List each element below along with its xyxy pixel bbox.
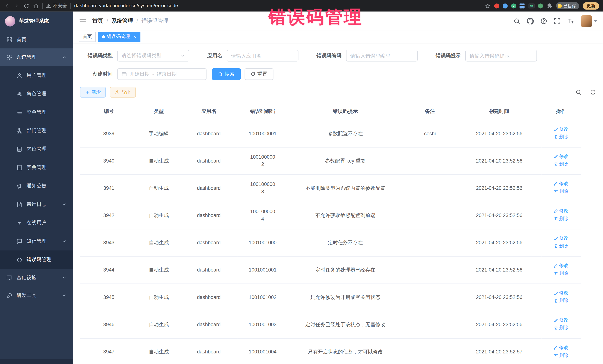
hamburger-icon[interactable] — [79, 17, 86, 25]
extension-grid-icon[interactable] — [520, 3, 524, 8]
header-hint: 错误码提示 — [288, 103, 403, 120]
sidebar-item-infra[interactable]: 基础设施 — [0, 269, 73, 287]
error-code-input[interactable] — [346, 50, 418, 61]
extension-blue-icon[interactable] — [503, 3, 508, 8]
table-row: 3945 自动生成 dashboard 1001001002 只允许修改为开启或… — [80, 284, 581, 311]
sidebar-subitem[interactable]: 岗位管理 — [0, 140, 73, 158]
edit-link[interactable]: 修改 — [554, 344, 568, 351]
edit-link[interactable]: 修改 — [554, 317, 568, 324]
app-logo: 芋道管理系统 — [0, 11, 73, 31]
sidebar-subitem[interactable]: 字典管理 — [0, 158, 73, 177]
sidebar-item-devtools[interactable]: 研发工具 — [0, 287, 73, 304]
dashboard-icon — [7, 37, 12, 43]
sidebar-subitem[interactable]: 在线用户 — [0, 213, 73, 232]
cell-hint: 不允许获取敏感配置到前端 — [288, 202, 403, 229]
add-button[interactable]: 新增 — [80, 87, 106, 98]
breadcrumb-system[interactable]: 系统管理 — [112, 18, 133, 24]
user-icon — [16, 72, 22, 78]
forward-icon[interactable] — [13, 3, 20, 9]
sidebar-subitem[interactable]: 用户管理 — [0, 66, 73, 85]
security-indicator[interactable]: 不安全 — [46, 2, 67, 9]
cell-type: 自动生成 — [138, 147, 180, 175]
delete-link[interactable]: 删除 — [554, 298, 568, 304]
filter-row-2: 创建时间 开始日期 - 结束日期 搜索 重置 — [80, 68, 596, 80]
filter-row-1: 错误码类型 请选择错误码类型 应用名 错误码编码 错误码提示 — [80, 50, 596, 61]
delete-link[interactable]: 删除 — [554, 161, 568, 168]
sidebar-subitem[interactable]: 错误码管理 — [0, 250, 73, 269]
toggle-search-icon[interactable] — [575, 89, 581, 95]
sidebar-subitem[interactable]: 菜单管理 — [0, 103, 73, 121]
refresh-icon[interactable] — [590, 89, 596, 95]
edit-link[interactable]: 修改 — [554, 290, 568, 297]
delete-link[interactable]: 删除 — [554, 352, 568, 359]
close-icon[interactable] — [133, 35, 137, 39]
edit-link[interactable]: 修改 — [554, 235, 568, 242]
gear-icon — [7, 54, 12, 60]
github-icon[interactable] — [527, 18, 534, 24]
delete-link[interactable]: 删除 — [554, 216, 568, 222]
cell-id: 3940 — [80, 147, 138, 175]
cell-type: 自动生成 — [138, 338, 180, 364]
error-type-select[interactable]: 请选择错误码类型 — [117, 50, 189, 61]
cell-id: 3941 — [80, 175, 138, 202]
font-size-icon[interactable] — [567, 18, 574, 24]
sidebar-subitem[interactable]: 通知公告 — [0, 177, 73, 195]
reset-button[interactable]: 重置 — [244, 68, 273, 80]
search-button[interactable]: 搜索 — [212, 68, 241, 80]
search-icon[interactable] — [513, 18, 520, 24]
extension-red-icon[interactable] — [494, 3, 499, 8]
reload-icon[interactable] — [23, 3, 29, 9]
app-name-input[interactable] — [227, 50, 299, 61]
cell-id: 3945 — [80, 284, 138, 311]
signal-icon — [16, 220, 22, 226]
url-bar[interactable]: dashboard.yudao.iocoder.cn/system/error-… — [74, 3, 481, 9]
navbar-actions — [513, 15, 597, 27]
cell-app: dashboard — [180, 147, 238, 175]
extension-green-icon[interactable] — [538, 3, 543, 8]
home-icon[interactable] — [33, 3, 39, 9]
sidebar-item-system[interactable]: 系统管理 — [0, 48, 73, 66]
update-button[interactable]: 更新 — [583, 2, 599, 9]
edit-link[interactable]: 修改 — [554, 126, 568, 133]
delete-link[interactable]: 删除 — [554, 325, 568, 331]
create-time-label: 创建时间 — [80, 71, 113, 77]
table-row: 3944 自动生成 dashboard 1001001001 定时任务的处理器已… — [80, 256, 581, 284]
sidebar-item-home[interactable]: 首页 — [0, 31, 73, 48]
delete-link[interactable]: 删除 — [554, 243, 568, 250]
edit-link[interactable]: 修改 — [554, 153, 568, 160]
bookmark-star-icon[interactable] — [485, 3, 491, 9]
cell-code: 1001001001 — [238, 256, 288, 284]
cell-type: 自动生成 — [138, 175, 180, 202]
tab-home[interactable]: 首页 — [79, 32, 96, 42]
sidebar-subitem[interactable]: 部门管理 — [0, 121, 73, 140]
active-dot — [102, 35, 105, 38]
delete-link[interactable]: 删除 — [554, 270, 568, 277]
edit-link[interactable]: 修改 — [554, 263, 568, 269]
cell-memo: ceshi — [403, 120, 457, 147]
date-range-picker[interactable]: 开始日期 - 结束日期 — [117, 68, 207, 80]
export-button[interactable]: 导出 — [110, 87, 136, 98]
cell-type: 自动生成 — [138, 284, 180, 311]
sidebar-subitem[interactable]: 角色管理 — [0, 85, 73, 103]
cell-code: 100100000 4 — [238, 202, 288, 229]
paused-badge[interactable]: 已暂停 — [556, 2, 579, 9]
breadcrumb-home[interactable]: 首页 — [92, 18, 103, 24]
tree-icon — [16, 128, 22, 133]
user-menu[interactable] — [581, 15, 597, 27]
tab-error-code[interactable]: 错误码管理 — [98, 32, 140, 42]
back-icon[interactable] — [4, 3, 10, 9]
delete-link[interactable]: 删除 — [554, 188, 568, 195]
sidebar-subitem[interactable]: 短信管理 — [0, 232, 73, 250]
cell-id: 3947 — [80, 338, 138, 364]
extensions-puzzle-icon[interactable] — [546, 3, 553, 9]
vue-devtools-icon[interactable]: V — [511, 3, 516, 8]
delete-link[interactable]: 删除 — [554, 134, 568, 140]
proxy-on-icon[interactable]: on — [528, 3, 534, 8]
edit-link[interactable]: 修改 — [554, 208, 568, 215]
help-icon[interactable] — [540, 18, 547, 24]
fullscreen-icon[interactable] — [554, 18, 561, 24]
error-hint-input[interactable] — [465, 50, 537, 61]
sidebar-subitem[interactable]: 审计日志 — [0, 195, 73, 213]
table-row: 3941 自动生成 dashboard 100100000 3 不能删除类型为系… — [80, 175, 581, 202]
edit-link[interactable]: 修改 — [554, 180, 568, 187]
